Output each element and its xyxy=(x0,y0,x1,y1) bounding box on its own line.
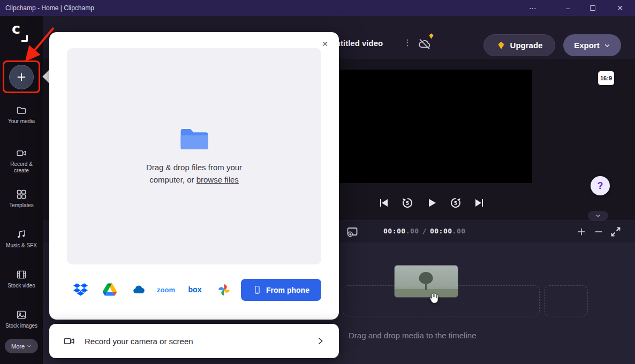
chevron-down-icon xyxy=(595,213,601,218)
phone-icon xyxy=(253,285,262,294)
skip-back-icon xyxy=(377,196,390,209)
logo-bracket-icon xyxy=(21,35,28,42)
sidebar-item-label: Music & SFX xyxy=(2,242,41,249)
maximize-icon xyxy=(590,5,595,11)
sidebar-item-label: Stock images xyxy=(2,323,41,329)
time-separator: / xyxy=(422,227,427,235)
sidebar-more-button[interactable]: More xyxy=(5,339,38,353)
timeline-drop-hint: Drag and drop media to the timeline xyxy=(349,331,476,340)
time-current-frac: .00 xyxy=(406,227,419,235)
chevron-down-icon xyxy=(604,42,610,49)
blue-folder-icon xyxy=(179,127,210,151)
film-strip-icon xyxy=(16,269,27,280)
time-current: 00:00 xyxy=(383,227,406,235)
modal-close-button[interactable]: ✕ xyxy=(320,39,330,49)
dropzone-instruction-line2: computer, or browse files xyxy=(149,173,239,186)
browse-files-link[interactable]: browse files xyxy=(196,175,239,184)
window-close-button[interactable]: ✕ xyxy=(605,0,635,16)
sidebar-item-your-media[interactable]: Your media xyxy=(0,105,43,125)
export-button[interactable]: Export xyxy=(563,34,621,56)
upgrade-button[interactable]: Upgrade xyxy=(483,34,555,56)
zoom-in-timeline-button[interactable] xyxy=(576,226,587,237)
camera-icon xyxy=(63,335,75,347)
skip-to-start-button[interactable] xyxy=(376,196,390,210)
clipchamp-logo[interactable]: c xyxy=(9,21,32,43)
import-google-drive-button[interactable] xyxy=(98,279,122,300)
window-more-button[interactable]: ⋯ xyxy=(520,0,545,16)
help-button[interactable]: ? xyxy=(591,176,610,195)
dropzone-instruction-line1: Drag & drop files from your xyxy=(146,161,242,173)
logo-letter: c xyxy=(12,20,20,37)
app-window: Clipchamp - Home | Clipchamp ⋯ – ✕ Untit… xyxy=(0,0,635,364)
ellipsis-icon: ⋯ xyxy=(529,4,536,12)
rewind-5-icon: 5 xyxy=(401,196,414,209)
svg-text:5: 5 xyxy=(454,201,457,206)
collapse-controls-button[interactable] xyxy=(588,211,608,221)
window-title: Clipchamp - Home | Clipchamp xyxy=(5,4,94,12)
chevron-right-icon xyxy=(315,336,325,346)
fit-timeline-button[interactable] xyxy=(609,225,622,238)
import-zoom-button[interactable]: zoom xyxy=(154,279,178,300)
kebab-icon: ⋮ xyxy=(403,38,412,47)
sidebar-item-music-sfx[interactable]: Music & SFX xyxy=(0,229,43,249)
export-label: Export xyxy=(574,41,600,50)
timeline-drop-track-2[interactable] xyxy=(544,285,588,316)
chevron-down-icon xyxy=(27,344,32,348)
video-title-menu-button[interactable]: ⋮ xyxy=(401,36,414,49)
dragged-media-thumbnail[interactable] xyxy=(395,266,458,297)
skip-to-end-button[interactable] xyxy=(473,196,487,210)
from-phone-button[interactable]: From phone xyxy=(241,279,321,301)
from-phone-label: From phone xyxy=(266,286,309,294)
aspect-ratio-badge[interactable]: 16:9 xyxy=(598,71,614,85)
forward-5s-button[interactable]: 5 xyxy=(449,196,463,210)
zoom-out-timeline-button[interactable] xyxy=(593,226,604,237)
record-camera-screen-button[interactable]: Record your camera or screen xyxy=(49,324,339,358)
import-dropbox-button[interactable] xyxy=(69,279,92,300)
onedrive-icon xyxy=(131,283,147,297)
record-bar-label: Record your camera or screen xyxy=(85,337,193,346)
upgrade-label: Upgrade xyxy=(510,41,543,50)
close-icon: ✕ xyxy=(617,4,623,12)
forward-5-icon: 5 xyxy=(449,196,462,209)
play-button[interactable] xyxy=(425,196,439,210)
add-media-to-timeline-icon[interactable] xyxy=(346,225,359,238)
folder-icon xyxy=(16,105,27,116)
rewind-5s-button[interactable]: 5 xyxy=(400,196,414,210)
sidebar-item-label: Stock video xyxy=(2,283,41,289)
box-logo-text: box xyxy=(188,285,202,294)
import-media-modal: ✕ Drag & drop files from your computer, … xyxy=(49,32,339,320)
video-camera-icon xyxy=(16,148,27,158)
templates-grid-icon xyxy=(16,189,27,200)
music-note-icon xyxy=(16,229,27,240)
import-box-button[interactable]: box xyxy=(183,279,207,300)
time-total-frac: .00 xyxy=(452,227,466,235)
import-onedrive-button[interactable] xyxy=(127,279,150,300)
plus-icon xyxy=(16,71,27,83)
sidebar-item-label: Templates xyxy=(2,202,41,209)
sidebar-item-templates[interactable]: Templates xyxy=(0,189,43,209)
sidebar-item-stock-video[interactable]: Stock video xyxy=(0,269,43,289)
more-label: More xyxy=(11,343,25,350)
file-dropzone[interactable]: Drag & drop files from your computer, or… xyxy=(67,48,321,264)
sidebar-item-stock-images[interactable]: Stock images xyxy=(0,309,43,329)
premium-badge-icon xyxy=(428,33,435,40)
dropzone-instruction-prefix: computer, or xyxy=(149,175,196,184)
sidebar-item-record-create[interactable]: Record & create xyxy=(0,148,43,174)
add-media-plus-button[interactable] xyxy=(9,65,34,89)
window-maximize-button[interactable] xyxy=(580,0,605,16)
grab-hand-cursor-icon xyxy=(427,291,440,304)
play-icon xyxy=(425,196,438,209)
import-google-photos-button[interactable] xyxy=(212,279,236,300)
playback-controls: 5 5 xyxy=(376,196,487,210)
google-drive-icon xyxy=(103,283,117,296)
sidebar-item-label: Your media xyxy=(2,118,41,125)
image-icon xyxy=(16,309,27,320)
diamond-icon xyxy=(496,41,506,50)
minimize-icon: – xyxy=(566,4,570,12)
zoom-logo-text: zoom xyxy=(157,286,175,294)
svg-text:5: 5 xyxy=(406,201,409,206)
google-photos-icon xyxy=(217,283,231,297)
skip-forward-icon xyxy=(473,196,486,209)
dropbox-icon xyxy=(73,283,88,296)
window-minimize-button[interactable]: – xyxy=(556,0,580,16)
